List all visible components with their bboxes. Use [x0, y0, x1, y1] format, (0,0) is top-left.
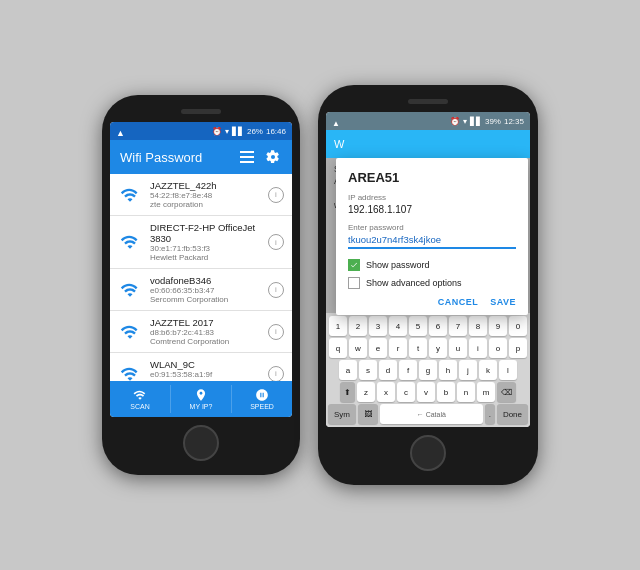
- kb-sym[interactable]: Sym: [328, 404, 356, 424]
- kb-h[interactable]: h: [439, 360, 457, 380]
- kb-r[interactable]: r: [389, 338, 407, 358]
- kb-key-1[interactable]: 1: [329, 316, 347, 336]
- kb-done[interactable]: Done: [497, 404, 528, 424]
- home-button-left[interactable]: [183, 425, 219, 461]
- kb-key-3[interactable]: 3: [369, 316, 387, 336]
- right-app-header: W: [326, 130, 530, 158]
- wifi-mac-2: 30:e1:71:fb:53:f3: [150, 244, 268, 253]
- wifi-signal-icon-1: [118, 183, 142, 207]
- wifi-item-1[interactable]: JAZZTEL_422h 54:22:f8:e7:8e:48 zte corpo…: [110, 174, 292, 216]
- kb-shift[interactable]: ⬆: [340, 382, 355, 402]
- wifi-vendor-2: Hewlett Packard: [150, 253, 268, 262]
- wifi-vendor-1: zte corporation: [150, 200, 268, 209]
- kb-space[interactable]: ← Català: [380, 404, 483, 424]
- kb-n[interactable]: n: [457, 382, 475, 402]
- svg-rect-2: [240, 161, 254, 163]
- ip-label: IP address: [348, 193, 516, 202]
- wifi-mac-1: 54:22:f8:e7:8e:48: [150, 191, 268, 200]
- save-button[interactable]: SAVE: [490, 297, 516, 307]
- kb-l[interactable]: l: [499, 360, 517, 380]
- show-advanced-checkbox[interactable]: [348, 277, 360, 289]
- info-icon-4[interactable]: i: [268, 324, 284, 340]
- wifi-status-icon: ▾: [225, 127, 229, 136]
- speaker: [181, 109, 221, 114]
- show-password-row[interactable]: Show password: [348, 259, 516, 271]
- kb-period[interactable]: .: [485, 404, 495, 424]
- info-icon-1[interactable]: i: [268, 187, 284, 203]
- kb-g[interactable]: g: [419, 360, 437, 380]
- kb-x[interactable]: x: [377, 382, 395, 402]
- show-advanced-row[interactable]: Show advanced options: [348, 277, 516, 289]
- kb-key-0[interactable]: 0: [509, 316, 527, 336]
- right-screen: ▲ ⏰ ▾ ▋▋ 39% 12:35 W SA.w: [326, 112, 530, 427]
- right-status-bar: ▲ ⏰ ▾ ▋▋ 39% 12:35: [326, 112, 530, 130]
- kb-key-6[interactable]: 6: [429, 316, 447, 336]
- speed-label: SPEED: [250, 403, 274, 410]
- kb-key-5[interactable]: 5: [409, 316, 427, 336]
- wifi-signal-icon-4: [118, 320, 142, 344]
- dialog-box: AREA51 IP address 192.168.1.107 Enter pa…: [336, 158, 528, 315]
- left-app-header: Wifi Password: [110, 140, 292, 174]
- time-r: 12:35: [504, 117, 524, 126]
- battery-r: 39%: [485, 117, 501, 126]
- kb-key-2[interactable]: 2: [349, 316, 367, 336]
- wifi-name-4: JAZZTEL 2017: [150, 317, 268, 328]
- kb-u[interactable]: u: [449, 338, 467, 358]
- signal-r: ▋▋: [470, 117, 482, 126]
- wifi-vendor-4: Comtrend Corporation: [150, 337, 268, 346]
- kb-y[interactable]: y: [429, 338, 447, 358]
- show-password-checkbox[interactable]: [348, 259, 360, 271]
- wifi-signal-icon-3: [118, 278, 142, 302]
- app-title: Wifi Password: [120, 150, 202, 165]
- kb-d[interactable]: d: [379, 360, 397, 380]
- kb-key-7[interactable]: 7: [449, 316, 467, 336]
- kb-b[interactable]: b: [437, 382, 455, 402]
- kb-o[interactable]: o: [489, 338, 507, 358]
- kb-m[interactable]: m: [477, 382, 495, 402]
- left-phone: ▲ ⏰ ▾ ▋▋ 26% 16:46 Wifi Password: [102, 95, 300, 475]
- menu-icon[interactable]: [238, 148, 256, 166]
- wifi-signal-icon-2: [118, 230, 142, 254]
- signal-icon: ▋▋: [232, 127, 244, 136]
- kb-t[interactable]: t: [409, 338, 427, 358]
- kb-w[interactable]: w: [349, 338, 367, 358]
- wifi-name-5: WLAN_9C: [150, 359, 268, 370]
- kb-img[interactable]: 🖼: [358, 404, 378, 424]
- kb-q[interactable]: q: [329, 338, 347, 358]
- myip-nav-item[interactable]: MY IP?: [171, 385, 232, 413]
- kb-i[interactable]: i: [469, 338, 487, 358]
- kb-row-qwerty: q w e r t y u i o p: [328, 338, 528, 358]
- password-label: Enter password: [348, 223, 516, 232]
- info-icon-3[interactable]: i: [268, 282, 284, 298]
- cancel-button[interactable]: CANCEL: [438, 297, 479, 307]
- info-icon-5[interactable]: i: [268, 366, 284, 382]
- kb-a[interactable]: a: [339, 360, 357, 380]
- scan-nav-item[interactable]: SCAN: [110, 385, 171, 413]
- wifi-item-3[interactable]: vodafoneB346 e0:60:66:35:b3:47 Sercomm C…: [110, 269, 292, 311]
- status-arrow: ▲: [116, 128, 125, 138]
- kb-j[interactable]: j: [459, 360, 477, 380]
- kb-v[interactable]: v: [417, 382, 435, 402]
- wifi-item-4[interactable]: JAZZTEL 2017 d8:b6:b7:2c:41:83 Comtrend …: [110, 311, 292, 353]
- kb-k[interactable]: k: [479, 360, 497, 380]
- wifi-item-2[interactable]: DIRECT-F2-HP OfficeJet 3830 30:e1:71:fb:…: [110, 216, 292, 269]
- kb-e[interactable]: e: [369, 338, 387, 358]
- kb-key-9[interactable]: 9: [489, 316, 507, 336]
- kb-s[interactable]: s: [359, 360, 377, 380]
- speed-nav-item[interactable]: SPEED: [232, 385, 292, 413]
- wifi-item-5[interactable]: WLAN_9C e0:91:53:58:a1:9f XAVi Technolog…: [110, 353, 292, 381]
- show-password-label: Show password: [366, 260, 430, 270]
- kb-key-8[interactable]: 8: [469, 316, 487, 336]
- info-icon-2[interactable]: i: [268, 234, 284, 250]
- kb-backspace[interactable]: ⌫: [497, 382, 516, 402]
- settings-icon[interactable]: [264, 148, 282, 166]
- password-input[interactable]: tkuou2u7n4rf3sk4jkoe: [348, 234, 516, 249]
- kb-p[interactable]: p: [509, 338, 527, 358]
- home-button-right[interactable]: [410, 435, 446, 471]
- kb-c[interactable]: c: [397, 382, 415, 402]
- kb-f[interactable]: f: [399, 360, 417, 380]
- kb-row-zxcv: ⬆ z x c v b n m ⌫: [328, 382, 528, 402]
- kb-key-4[interactable]: 4: [389, 316, 407, 336]
- myip-label: MY IP?: [190, 403, 213, 410]
- kb-z[interactable]: z: [357, 382, 375, 402]
